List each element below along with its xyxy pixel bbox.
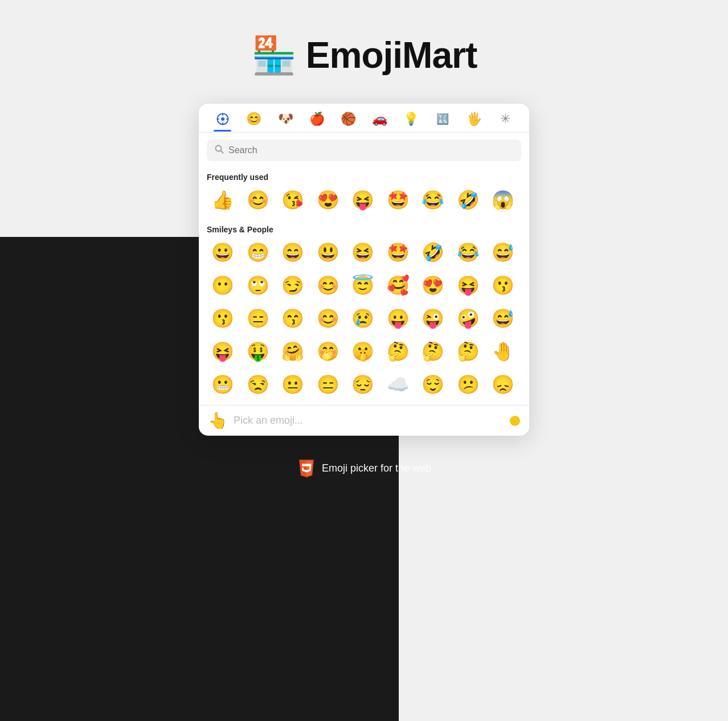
list-item[interactable]: 🤫 <box>347 335 379 367</box>
emoji-squinting[interactable]: 😝 <box>347 184 379 216</box>
emoji-thumbsup[interactable]: 👍 <box>207 184 239 216</box>
list-item[interactable]: 😃 <box>312 236 344 268</box>
footer-pointer-emoji: 👆 <box>208 411 228 430</box>
emoji-area: Frequently used 👍 😊 😘 😍 😝 🤩 😂 🤣 😱 Smiley… <box>199 168 529 405</box>
tab-recent[interactable] <box>208 113 237 131</box>
list-item[interactable]: 😌 <box>417 368 449 400</box>
list-item[interactable]: 😅 <box>487 236 519 268</box>
list-item[interactable]: 🤑 <box>242 335 274 367</box>
list-item[interactable]: 🤔 <box>382 335 414 367</box>
list-item[interactable]: 🤩 <box>382 236 414 268</box>
list-item[interactable]: 😅 <box>487 302 519 334</box>
tab-symbols[interactable]: 🔣 <box>428 113 457 131</box>
page-center: 🏪 EmojiMart 😊 🐶 🍎 🏀 🚗 💡 <box>0 0 728 478</box>
list-item[interactable]: 🤚 <box>487 335 519 367</box>
tab-objects[interactable]: 💡 <box>396 112 426 132</box>
list-item[interactable]: ☁️ <box>382 368 414 400</box>
tab-activity[interactable]: 🏀 <box>334 112 363 132</box>
list-item[interactable]: 😛 <box>382 302 414 334</box>
list-item[interactable]: 😁 <box>242 236 274 268</box>
search-icon <box>215 145 224 156</box>
tab-more[interactable]: ✳ <box>491 112 520 132</box>
list-item[interactable]: 😐 <box>277 368 309 400</box>
svg-line-7 <box>221 151 223 153</box>
svg-point-1 <box>221 117 224 121</box>
tab-smileys[interactable]: 😊 <box>239 112 268 132</box>
list-item[interactable]: 😬 <box>207 368 239 400</box>
frequently-used-grid: 👍 😊 😘 😍 😝 🤩 😂 🤣 😱 <box>207 184 521 216</box>
emoji-smile[interactable]: 😊 <box>242 184 274 216</box>
category-tabs: 😊 🐶 🍎 🏀 🚗 💡 🔣 🖐 ✳ <box>199 104 529 133</box>
list-item[interactable]: 😇 <box>347 269 379 301</box>
list-item[interactable]: 😗 <box>207 302 239 334</box>
list-item[interactable]: 🤪 <box>452 302 484 334</box>
list-item[interactable]: 😊 <box>312 302 344 334</box>
list-item[interactable]: 😂 <box>452 236 484 268</box>
tab-food[interactable]: 🍎 <box>302 112 332 132</box>
list-item[interactable]: 😶 <box>207 269 239 301</box>
list-item[interactable]: 😀 <box>207 236 239 268</box>
emoji-scream[interactable]: 😱 <box>487 184 519 216</box>
section-label-frequently-used: Frequently used <box>207 168 521 184</box>
list-item[interactable]: 😊 <box>312 269 344 301</box>
svg-marker-11 <box>302 464 306 466</box>
emoji-starstruck[interactable]: 🤩 <box>382 184 414 216</box>
list-item[interactable]: 😏 <box>277 269 309 301</box>
emoji-kiss[interactable]: 😘 <box>277 184 309 216</box>
search-input[interactable] <box>228 145 513 155</box>
tab-flags[interactable]: 🖐 <box>460 112 489 132</box>
list-item[interactable]: 😄 <box>277 236 309 268</box>
emoji-picker: 😊 🐶 🍎 🏀 🚗 💡 🔣 🖐 ✳ Frequently used <box>199 104 529 436</box>
tab-animals[interactable]: 🐶 <box>271 112 300 132</box>
list-item[interactable]: 😝 <box>207 335 239 367</box>
app-header: 🏪 EmojiMart <box>251 34 477 76</box>
list-item[interactable]: 😜 <box>417 302 449 334</box>
list-item[interactable]: 🥰 <box>382 269 414 301</box>
search-bar <box>207 140 521 161</box>
tagline-text: Emoji picker for the web <box>322 462 431 474</box>
footer-dot <box>510 416 520 426</box>
list-item[interactable]: 🤭 <box>312 335 344 367</box>
list-item[interactable]: 😝 <box>452 269 484 301</box>
smileys-grid: 😀 😁 😄 😃 😆 🤩 🤣 😂 😅 😶 🙄 😏 😊 😇 🥰 😍 😝 😗 <box>207 236 521 400</box>
list-item[interactable]: 😆 <box>347 236 379 268</box>
logo-emoji: 🏪 <box>251 37 297 73</box>
emoji-hearteyes[interactable]: 😍 <box>312 184 344 216</box>
list-item[interactable]: 😔 <box>347 368 379 400</box>
list-item[interactable]: 🤗 <box>277 335 309 367</box>
list-item[interactable]: 😕 <box>452 368 484 400</box>
tagline: Emoji picker for the web <box>297 458 431 478</box>
list-item[interactable]: 🤔 <box>417 335 449 367</box>
list-item[interactable]: 😍 <box>417 269 449 301</box>
footer-bar: 👆 Pick an emoji... <box>199 405 529 436</box>
list-item[interactable]: 😞 <box>487 368 519 400</box>
footer-placeholder-text: Pick an emoji... <box>234 415 504 427</box>
html5-icon <box>297 458 316 478</box>
list-item[interactable]: 🤔 <box>452 335 484 367</box>
emoji-laughing[interactable]: 😂 <box>417 184 449 216</box>
emoji-rofl[interactable]: 🤣 <box>452 184 484 216</box>
list-item[interactable]: 🙄 <box>242 269 274 301</box>
list-item[interactable]: 😢 <box>347 302 379 334</box>
list-item[interactable]: 😙 <box>277 302 309 334</box>
tab-travel[interactable]: 🚗 <box>365 112 394 132</box>
list-item[interactable]: 😒 <box>242 368 274 400</box>
list-item[interactable]: 😑 <box>242 302 274 334</box>
list-item[interactable]: 😑 <box>312 368 344 400</box>
section-label-smileys: Smileys & People <box>207 220 521 236</box>
list-item[interactable]: 🤣 <box>417 236 449 268</box>
app-title: EmojiMart <box>306 34 477 76</box>
list-item[interactable]: 😗 <box>487 269 519 301</box>
